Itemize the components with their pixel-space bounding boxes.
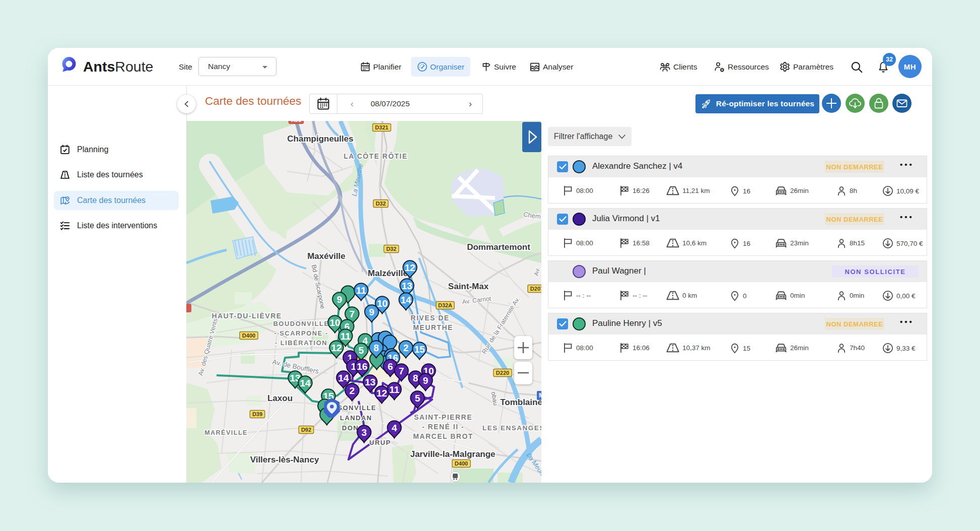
svg-text:MARCEL BROT: MARCEL BROT [413, 432, 473, 440]
svg-text:9: 9 [369, 307, 375, 317]
svg-text:D321: D321 [375, 124, 388, 130]
svg-text:D220: D220 [496, 370, 509, 376]
svg-text:6: 6 [388, 361, 393, 372]
svg-text:14: 14 [400, 295, 411, 305]
svg-text:2: 2 [403, 343, 409, 353]
svg-text:8: 8 [374, 343, 379, 353]
svg-text:MARÉVILLE: MARÉVILLE [204, 429, 248, 436]
svg-text:10: 10 [377, 298, 387, 309]
svg-text:D32: D32 [386, 246, 396, 252]
svg-text:8: 8 [413, 373, 418, 383]
svg-text:RIVES DE: RIVES DE [410, 314, 449, 322]
svg-text:11: 11 [356, 285, 367, 296]
svg-text:9: 9 [337, 294, 342, 305]
svg-text:13: 13 [365, 377, 375, 387]
svg-text:Laxou: Laxou [267, 393, 293, 403]
svg-text:Champigneulles: Champigneulles [287, 134, 353, 144]
svg-text:Villers-lès-Nancy: Villers-lès-Nancy [250, 455, 319, 464]
svg-text:BOUDONVILLE: BOUDONVILLE [273, 320, 329, 327]
svg-text:Tomblaine: Tomblaine [500, 397, 541, 407]
svg-text:11: 11 [389, 384, 400, 395]
svg-text:LA CÔTE RÔTIE: LA CÔTE RÔTIE [343, 152, 407, 160]
svg-text:4: 4 [392, 423, 397, 433]
svg-text:Jarville-la-Malgrange: Jarville-la-Malgrange [410, 449, 495, 459]
svg-text:D32: D32 [376, 201, 386, 207]
svg-text:LANDAN: LANDAN [340, 414, 372, 422]
svg-text:7: 7 [399, 366, 404, 376]
svg-text:A31: A31 [291, 121, 301, 123]
svg-text:3: 3 [362, 427, 367, 438]
svg-text:Av.: Av. [533, 267, 541, 277]
svg-text:D92: D92 [301, 427, 311, 433]
svg-text:D400: D400 [242, 333, 255, 339]
svg-text:D207: D207 [530, 286, 541, 292]
svg-text:10: 10 [329, 317, 340, 328]
svg-text:14: 14 [300, 378, 311, 388]
svg-text:D400: D400 [455, 460, 468, 467]
svg-text:MEURTHE: MEURTHE [413, 323, 453, 331]
svg-text:13: 13 [401, 281, 412, 291]
svg-text:SAINT-PIERRE: SAINT-PIERRE [414, 413, 472, 421]
svg-text:9: 9 [423, 375, 429, 386]
svg-text:SONVILLE: SONVILLE [337, 404, 376, 412]
svg-text:16: 16 [357, 361, 367, 372]
svg-text:12: 12 [376, 388, 387, 399]
svg-text:5: 5 [415, 393, 421, 404]
svg-text:- SCARPONE -: - SCARPONE - [274, 329, 328, 337]
svg-text:2: 2 [349, 385, 355, 396]
svg-text:5: 5 [359, 345, 364, 356]
svg-text:D32A: D32A [438, 302, 452, 308]
svg-text:D39: D39 [252, 411, 262, 417]
svg-text:Maxéville: Maxéville [307, 251, 345, 261]
svg-text:Malzéville: Malzéville [368, 269, 407, 278]
svg-text:HAUT-DU-LIÈVRE: HAUT-DU-LIÈVRE [212, 312, 282, 320]
svg-text:Dommartemont: Dommartemont [467, 242, 530, 252]
svg-text:- LIBÉRATION: - LIBÉRATION [275, 339, 327, 347]
svg-text:7: 7 [349, 309, 355, 319]
svg-text:15: 15 [414, 344, 425, 355]
svg-text:Saint-Max: Saint-Max [448, 282, 489, 291]
svg-text:URUP: URUP [370, 439, 391, 446]
svg-text:- RENÉ II -: - RENÉ II - [422, 423, 464, 431]
svg-text:LES ENSANGES: LES ENSANGES [482, 424, 541, 432]
svg-text:12: 12 [404, 262, 415, 273]
svg-text:11: 11 [340, 331, 351, 342]
svg-text:14: 14 [338, 373, 349, 383]
svg-text:12: 12 [331, 343, 341, 353]
